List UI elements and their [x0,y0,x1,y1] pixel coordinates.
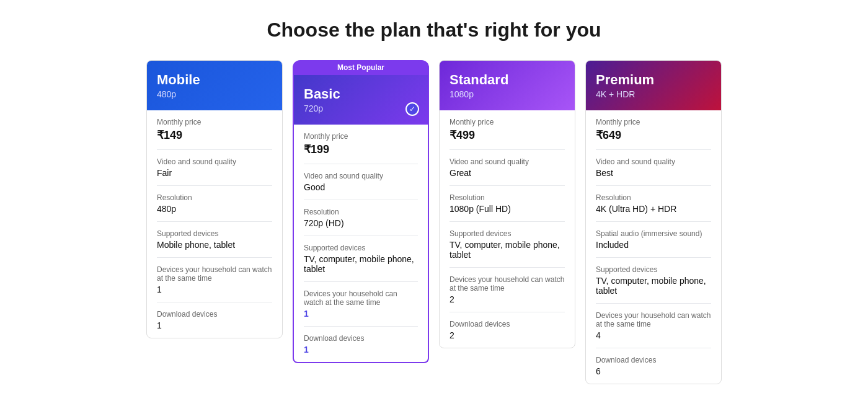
plan-name-standard: Standard [450,72,565,88]
video-sound-row-premium: Video and sound quality Best [596,150,711,186]
video-sound-row-standard: Video and sound quality Great [450,150,565,186]
resolution-value-standard: 1080p (Full HD) [450,204,565,214]
household-row-basic: Devices your household can watch at the … [304,282,418,327]
video-sound-value-premium: Best [596,168,711,178]
plan-wrapper-premium: Premium 4K + HDR Monthly price ₹649 Vide… [585,60,722,384]
download-value-basic: 1 [304,345,418,355]
plan-body-premium: Monthly price ₹649 Video and sound quali… [586,110,721,384]
supported-devices-value-basic: TV, computer, mobile phone, tablet [304,254,418,274]
download-row-standard: Download devices 2 [450,312,565,348]
resolution-value-mobile: 480p [157,204,272,214]
download-row-premium: Download devices 6 [596,348,711,384]
household-value-premium: 4 [596,330,711,340]
supported-devices-row-basic: Supported devices TV, computer, mobile p… [304,236,418,282]
plan-wrapper-basic: Most Popular Basic 720p ✓ Monthly price … [293,60,429,363]
monthly-price-label-premium: Monthly price [596,118,711,126]
monthly-price-value-premium: ₹649 [596,128,711,142]
plan-name-mobile: Mobile [157,72,272,88]
video-sound-row-mobile: Video and sound quality Fair [157,150,272,186]
supported-devices-row-standard: Supported devices TV, computer, mobile p… [450,222,565,268]
household-value-basic: 1 [304,309,418,319]
plan-card-premium[interactable]: Premium 4K + HDR Monthly price ₹649 Vide… [585,60,722,384]
check-icon-basic: ✓ [405,102,419,116]
monthly-price-row-mobile: Monthly price ₹149 [157,110,272,150]
download-value-standard: 2 [450,330,565,340]
plan-card-standard[interactable]: Standard 1080p Monthly price ₹499 Video … [439,60,575,348]
download-value-mobile: 1 [157,320,272,330]
resolution-row-standard: Resolution 1080p (Full HD) [450,186,565,222]
spatial-audio-row-premium: Spatial audio (immersive sound) Included [596,222,711,258]
download-label-standard: Download devices [450,320,565,328]
video-sound-label-basic: Video and sound quality [304,172,418,180]
resolution-value-basic: 720p (HD) [304,218,418,228]
monthly-price-label-mobile: Monthly price [157,118,272,126]
video-sound-label-standard: Video and sound quality [450,157,565,166]
household-label-basic: Devices your household can watch at the … [304,289,418,307]
video-sound-value-mobile: Fair [157,168,272,178]
monthly-price-label-standard: Monthly price [450,118,565,126]
download-row-mobile: Download devices 1 [157,302,272,338]
plan-resolution-tag-basic: 720p [304,104,418,113]
plan-card-mobile[interactable]: Mobile 480p Monthly price ₹149 Video and… [146,60,283,338]
spatial-audio-label-premium: Spatial audio (immersive sound) [596,229,711,238]
household-label-mobile: Devices your household can watch at the … [157,265,272,283]
household-value-standard: 2 [450,294,565,304]
video-sound-label-mobile: Video and sound quality [157,157,272,166]
plan-wrapper-standard: Standard 1080p Monthly price ₹499 Video … [439,60,575,348]
supported-devices-value-standard: TV, computer, mobile phone, tablet [450,240,565,260]
supported-devices-row-premium: Supported devices TV, computer, mobile p… [596,258,711,304]
download-label-premium: Download devices [596,356,711,364]
monthly-price-value-mobile: ₹149 [157,128,272,142]
plan-resolution-tag-mobile: 480p [157,89,272,99]
download-label-mobile: Download devices [157,310,272,319]
page-title: Choose the plan that's right for you [25,19,843,42]
monthly-price-value-standard: ₹499 [450,128,565,142]
most-popular-badge: Most Popular [293,60,429,75]
monthly-price-row-premium: Monthly price ₹649 [596,110,711,150]
household-row-mobile: Devices your household can watch at the … [157,258,272,302]
supported-devices-label-mobile: Supported devices [157,229,272,238]
household-row-standard: Devices your household can watch at the … [450,268,565,312]
household-label-premium: Devices your household can watch at the … [596,311,711,328]
plan-header-premium: Premium 4K + HDR [586,61,721,110]
household-row-premium: Devices your household can watch at the … [596,304,711,348]
household-value-mobile: 1 [157,284,272,294]
video-sound-value-standard: Great [450,168,565,178]
plans-container: Mobile 480p Monthly price ₹149 Video and… [25,60,843,384]
spatial-audio-value-premium: Included [596,240,711,250]
download-row-basic: Download devices 1 [304,327,418,362]
plan-header-mobile: Mobile 480p [147,61,282,110]
supported-devices-label-basic: Supported devices [304,244,418,252]
plan-resolution-tag-standard: 1080p [450,89,565,99]
resolution-row-basic: Resolution 720p (HD) [304,200,418,236]
video-sound-label-premium: Video and sound quality [596,157,711,166]
plan-wrapper-mobile: Mobile 480p Monthly price ₹149 Video and… [146,60,283,338]
supported-devices-row-mobile: Supported devices Mobile phone, tablet [157,222,272,258]
supported-devices-value-mobile: Mobile phone, tablet [157,240,272,250]
supported-devices-value-premium: TV, computer, mobile phone, tablet [596,276,711,296]
monthly-price-value-basic: ₹199 [304,143,418,156]
video-sound-value-basic: Good [304,182,418,192]
supported-devices-label-standard: Supported devices [450,229,565,238]
download-value-premium: 6 [596,366,711,376]
resolution-row-premium: Resolution 4K (Ultra HD) + HDR [596,186,711,222]
resolution-label-mobile: Resolution [157,193,272,202]
resolution-row-mobile: Resolution 480p [157,186,272,222]
plan-body-standard: Monthly price ₹499 Video and sound quali… [440,110,575,348]
resolution-label-standard: Resolution [450,193,565,202]
download-label-basic: Download devices [304,334,418,343]
monthly-price-row-basic: Monthly price ₹199 [304,125,418,164]
monthly-price-label-basic: Monthly price [304,132,418,141]
resolution-label-premium: Resolution [596,193,711,202]
plan-header-standard: Standard 1080p [440,61,575,110]
supported-devices-label-premium: Supported devices [596,265,711,274]
plan-card-basic[interactable]: Basic 720p ✓ Monthly price ₹199 Video an… [293,75,429,363]
resolution-value-premium: 4K (Ultra HD) + HDR [596,204,711,214]
plan-body-mobile: Monthly price ₹149 Video and sound quali… [147,110,282,338]
monthly-price-row-standard: Monthly price ₹499 [450,110,565,150]
plan-name-premium: Premium [596,72,711,88]
video-sound-row-basic: Video and sound quality Good [304,164,418,200]
plan-body-basic: Monthly price ₹199 Video and sound quali… [294,125,428,362]
plan-name-basic: Basic [304,86,418,102]
plan-header-basic: Basic 720p ✓ [294,75,428,125]
